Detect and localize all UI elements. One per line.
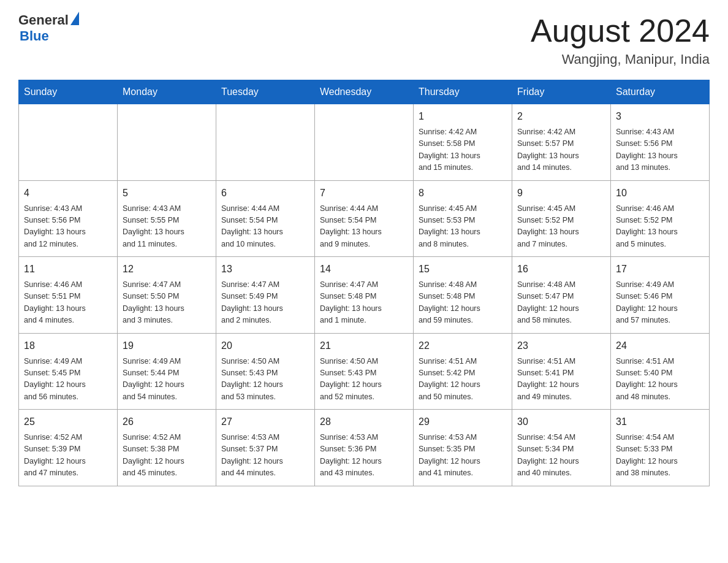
calendar-table: Sunday Monday Tuesday Wednesday Thursday… [18, 80, 710, 486]
day-number: 20 [221, 339, 309, 353]
day-number: 6 [221, 186, 309, 201]
day-number: 19 [123, 339, 211, 353]
day-info: Sunrise: 4:43 AMSunset: 5:55 PMDaylight:… [123, 203, 211, 251]
calendar-cell: 1Sunrise: 4:42 AMSunset: 5:58 PMDaylight… [414, 104, 512, 181]
calendar-cell: 23Sunrise: 4:51 AMSunset: 5:41 PMDayligh… [512, 333, 611, 410]
day-info: Sunrise: 4:51 AMSunset: 5:40 PMDaylight:… [616, 356, 704, 404]
day-info: Sunrise: 4:50 AMSunset: 5:43 PMDaylight:… [320, 356, 408, 404]
header-wednesday: Wednesday [315, 80, 414, 104]
day-number: 17 [616, 262, 704, 277]
calendar-cell: 4Sunrise: 4:43 AMSunset: 5:56 PMDaylight… [19, 180, 118, 257]
calendar-week-row-3: 11Sunrise: 4:46 AMSunset: 5:51 PMDayligh… [19, 257, 710, 334]
day-info: Sunrise: 4:52 AMSunset: 5:38 PMDaylight:… [123, 432, 211, 480]
calendar-week-row-4: 18Sunrise: 4:49 AMSunset: 5:45 PMDayligh… [19, 333, 710, 410]
calendar-cell: 12Sunrise: 4:47 AMSunset: 5:50 PMDayligh… [118, 257, 216, 334]
day-info: Sunrise: 4:47 AMSunset: 5:49 PMDaylight:… [221, 279, 309, 327]
day-info: Sunrise: 4:54 AMSunset: 5:33 PMDaylight:… [616, 432, 704, 480]
calendar-cell [216, 104, 315, 181]
calendar-cell: 13Sunrise: 4:47 AMSunset: 5:49 PMDayligh… [216, 257, 315, 334]
calendar-cell: 20Sunrise: 4:50 AMSunset: 5:43 PMDayligh… [216, 333, 315, 410]
calendar-cell: 6Sunrise: 4:44 AMSunset: 5:54 PMDaylight… [216, 180, 315, 257]
logo-text-blue: Blue [20, 28, 79, 44]
day-number: 22 [419, 339, 507, 353]
day-info: Sunrise: 4:53 AMSunset: 5:35 PMDaylight:… [419, 432, 507, 480]
logo-triangle-icon [70, 12, 79, 25]
header-tuesday: Tuesday [216, 80, 315, 104]
day-number: 27 [221, 415, 309, 429]
day-number: 1 [419, 109, 507, 124]
calendar-cell: 8Sunrise: 4:45 AMSunset: 5:53 PMDaylight… [414, 180, 512, 257]
calendar-header-row: Sunday Monday Tuesday Wednesday Thursday… [19, 80, 710, 104]
page-header: General Blue August 2024 Wangjing, Manip… [18, 12, 710, 67]
day-number: 4 [24, 186, 112, 201]
day-info: Sunrise: 4:49 AMSunset: 5:45 PMDaylight:… [24, 356, 112, 404]
day-number: 15 [419, 262, 507, 277]
calendar-week-row-2: 4Sunrise: 4:43 AMSunset: 5:56 PMDaylight… [19, 180, 710, 257]
day-info: Sunrise: 4:48 AMSunset: 5:48 PMDaylight:… [419, 279, 507, 327]
day-info: Sunrise: 4:46 AMSunset: 5:52 PMDaylight:… [616, 203, 704, 251]
calendar-cell [19, 104, 118, 181]
calendar-cell: 11Sunrise: 4:46 AMSunset: 5:51 PMDayligh… [19, 257, 118, 334]
day-number: 3 [616, 109, 704, 124]
day-info: Sunrise: 4:46 AMSunset: 5:51 PMDaylight:… [24, 279, 112, 327]
day-info: Sunrise: 4:54 AMSunset: 5:34 PMDaylight:… [517, 432, 605, 480]
day-number: 31 [616, 415, 704, 429]
day-info: Sunrise: 4:53 AMSunset: 5:36 PMDaylight:… [320, 432, 408, 480]
day-number: 23 [517, 339, 605, 353]
calendar-cell: 10Sunrise: 4:46 AMSunset: 5:52 PMDayligh… [611, 180, 710, 257]
day-number: 29 [419, 415, 507, 429]
calendar-cell [315, 104, 414, 181]
day-info: Sunrise: 4:42 AMSunset: 5:58 PMDaylight:… [419, 126, 507, 174]
day-number: 13 [221, 262, 309, 277]
day-info: Sunrise: 4:44 AMSunset: 5:54 PMDaylight:… [320, 203, 408, 251]
month-year-title: August 2024 [531, 12, 710, 49]
day-info: Sunrise: 4:48 AMSunset: 5:47 PMDaylight:… [517, 279, 605, 327]
calendar-cell: 5Sunrise: 4:43 AMSunset: 5:55 PMDaylight… [118, 180, 216, 257]
calendar-cell: 29Sunrise: 4:53 AMSunset: 5:35 PMDayligh… [414, 410, 512, 486]
calendar-cell: 2Sunrise: 4:42 AMSunset: 5:57 PMDaylight… [512, 104, 611, 181]
day-info: Sunrise: 4:43 AMSunset: 5:56 PMDaylight:… [24, 203, 112, 251]
day-number: 14 [320, 262, 408, 277]
day-number: 30 [517, 415, 605, 429]
calendar-cell: 24Sunrise: 4:51 AMSunset: 5:40 PMDayligh… [611, 333, 710, 410]
calendar-cell: 17Sunrise: 4:49 AMSunset: 5:46 PMDayligh… [611, 257, 710, 334]
day-info: Sunrise: 4:53 AMSunset: 5:37 PMDaylight:… [221, 432, 309, 480]
day-info: Sunrise: 4:43 AMSunset: 5:56 PMDaylight:… [616, 126, 704, 174]
calendar-cell: 9Sunrise: 4:45 AMSunset: 5:52 PMDaylight… [512, 180, 611, 257]
day-number: 9 [517, 186, 605, 201]
calendar-cell: 22Sunrise: 4:51 AMSunset: 5:42 PMDayligh… [414, 333, 512, 410]
header-sunday: Sunday [19, 80, 118, 104]
day-number: 25 [24, 415, 112, 429]
calendar-cell: 15Sunrise: 4:48 AMSunset: 5:48 PMDayligh… [414, 257, 512, 334]
day-info: Sunrise: 4:45 AMSunset: 5:52 PMDaylight:… [517, 203, 605, 251]
day-info: Sunrise: 4:42 AMSunset: 5:57 PMDaylight:… [517, 126, 605, 174]
calendar-cell: 18Sunrise: 4:49 AMSunset: 5:45 PMDayligh… [19, 333, 118, 410]
location-title: Wangjing, Manipur, India [531, 52, 710, 67]
day-number: 12 [123, 262, 211, 277]
calendar-cell: 27Sunrise: 4:53 AMSunset: 5:37 PMDayligh… [216, 410, 315, 486]
logo-text-general: General [18, 12, 69, 28]
day-info: Sunrise: 4:47 AMSunset: 5:48 PMDaylight:… [320, 279, 408, 327]
day-info: Sunrise: 4:52 AMSunset: 5:39 PMDaylight:… [24, 432, 112, 480]
day-number: 21 [320, 339, 408, 353]
day-number: 8 [419, 186, 507, 201]
day-info: Sunrise: 4:51 AMSunset: 5:41 PMDaylight:… [517, 356, 605, 404]
calendar-cell: 31Sunrise: 4:54 AMSunset: 5:33 PMDayligh… [611, 410, 710, 486]
day-number: 5 [123, 186, 211, 201]
calendar-cell: 16Sunrise: 4:48 AMSunset: 5:47 PMDayligh… [512, 257, 611, 334]
day-info: Sunrise: 4:47 AMSunset: 5:50 PMDaylight:… [123, 279, 211, 327]
calendar-cell: 14Sunrise: 4:47 AMSunset: 5:48 PMDayligh… [315, 257, 414, 334]
day-number: 7 [320, 186, 408, 201]
day-number: 24 [616, 339, 704, 353]
day-number: 11 [24, 262, 112, 277]
header-monday: Monday [118, 80, 216, 104]
calendar-cell: 19Sunrise: 4:49 AMSunset: 5:44 PMDayligh… [118, 333, 216, 410]
header-friday: Friday [512, 80, 611, 104]
calendar-cell: 26Sunrise: 4:52 AMSunset: 5:38 PMDayligh… [118, 410, 216, 486]
day-info: Sunrise: 4:50 AMSunset: 5:43 PMDaylight:… [221, 356, 309, 404]
calendar-cell: 7Sunrise: 4:44 AMSunset: 5:54 PMDaylight… [315, 180, 414, 257]
day-number: 18 [24, 339, 112, 353]
calendar-cell: 21Sunrise: 4:50 AMSunset: 5:43 PMDayligh… [315, 333, 414, 410]
header-saturday: Saturday [611, 80, 710, 104]
day-info: Sunrise: 4:49 AMSunset: 5:44 PMDaylight:… [123, 356, 211, 404]
